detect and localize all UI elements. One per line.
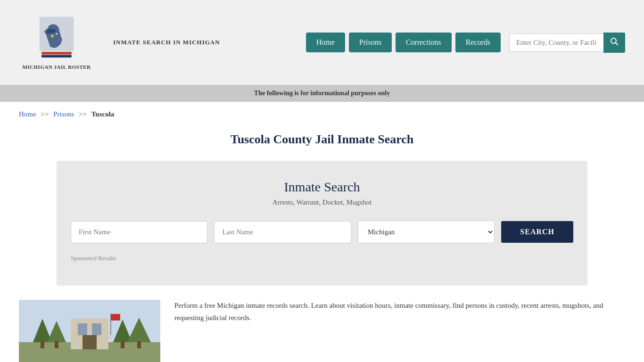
- bottom-description: Perform a free Michigan inmate records s…: [174, 300, 625, 324]
- search-submit-button[interactable]: SEARCH: [501, 221, 573, 243]
- svg-rect-14: [92, 323, 101, 335]
- svg-point-4: [56, 33, 58, 35]
- breadcrumb-sep1: >>: [41, 110, 49, 118]
- svg-rect-15: [83, 335, 97, 349]
- breadcrumb-prisons[interactable]: Prisons: [53, 110, 74, 118]
- svg-rect-6: [41, 55, 72, 57]
- breadcrumb-current: Tuscola: [91, 110, 115, 118]
- nav-corrections-button[interactable]: Corrections: [396, 33, 452, 52]
- svg-rect-5: [41, 52, 72, 54]
- first-name-input[interactable]: [71, 221, 207, 243]
- logo-title: MICHIGAN JAIL ROSTER: [22, 64, 91, 70]
- svg-rect-23: [137, 341, 141, 348]
- inmate-search-box: Inmate Search Arrests, Warrant, Docket, …: [57, 161, 587, 286]
- page-title: Tuscola County Jail Inmate Search: [0, 132, 644, 147]
- main-nav: Home Prisons Corrections Records: [306, 33, 625, 53]
- site-title: INMATE SEARCH IN MICHIGAN: [113, 38, 220, 47]
- svg-rect-21: [121, 341, 124, 348]
- info-bar: The following is for informational purpo…: [0, 85, 644, 102]
- svg-rect-19: [55, 341, 58, 348]
- site-header: MICHIGAN JAIL ROSTER INMATE SEARCH IN MI…: [0, 0, 644, 85]
- breadcrumb-home[interactable]: Home: [19, 110, 36, 118]
- svg-rect-25: [111, 314, 120, 321]
- breadcrumb: Home >> Prisons >> Tuscola: [0, 102, 644, 123]
- header-search-input[interactable]: [509, 33, 603, 52]
- facility-image: [19, 300, 160, 362]
- nav-prisons-button[interactable]: Prisons: [349, 33, 392, 52]
- search-form: Michigan Alabama Alaska Arizona Arkansas…: [71, 221, 573, 243]
- info-bar-message: The following is for informational purpo…: [254, 90, 390, 97]
- svg-point-3: [51, 35, 53, 37]
- breadcrumb-sep2: >>: [79, 110, 87, 118]
- sponsored-label: Sponsored Results: [71, 255, 573, 262]
- last-name-input[interactable]: [214, 221, 351, 243]
- search-icon: [610, 37, 619, 46]
- svg-rect-17: [41, 341, 44, 348]
- bottom-section: Perform a free Michigan inmate records s…: [0, 286, 644, 362]
- nav-home-button[interactable]: Home: [306, 33, 345, 52]
- header-search-button[interactable]: [603, 33, 625, 53]
- nav-records-button[interactable]: Records: [455, 33, 501, 52]
- search-box-title: Inmate Search: [71, 180, 573, 195]
- logo-area: MICHIGAN JAIL ROSTER: [19, 15, 94, 70]
- state-select[interactable]: Michigan Alabama Alaska Arizona Arkansas…: [358, 221, 495, 243]
- svg-rect-13: [78, 323, 87, 335]
- michigan-logo: [35, 15, 78, 62]
- svg-line-8: [616, 42, 618, 45]
- search-box-subtitle: Arrests, Warrant, Docket, Mugshot: [71, 198, 573, 206]
- header-search-wrap: [509, 33, 625, 53]
